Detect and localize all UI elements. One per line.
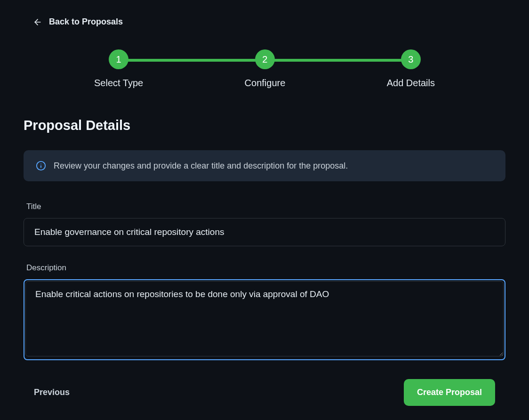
step-label: Select Type (94, 78, 143, 89)
title-label: Title (24, 202, 505, 211)
info-icon (36, 161, 46, 171)
description-textarea[interactable] (25, 281, 504, 356)
arrow-left-icon (33, 17, 42, 27)
step-configure: 2 Configure (245, 49, 286, 89)
step-add-details: 3 Add Details (387, 49, 435, 89)
step-circle: 2 (255, 49, 275, 69)
step-label: Configure (245, 78, 286, 89)
previous-button[interactable]: Previous (34, 388, 70, 397)
progress-stepper: 1 Select Type 2 Configure 3 Add Details (24, 49, 505, 89)
back-link-label: Back to Proposals (49, 17, 123, 27)
back-to-proposals-link[interactable]: Back to Proposals (33, 17, 123, 27)
title-input[interactable] (24, 218, 505, 246)
page-title: Proposal Details (24, 118, 505, 133)
step-circle: 1 (109, 49, 128, 69)
description-label: Description (24, 263, 505, 273)
step-circle: 3 (401, 49, 421, 69)
step-label: Add Details (387, 78, 435, 89)
step-select-type: 1 Select Type (94, 49, 143, 89)
info-banner: Review your changes and provide a clear … (24, 150, 505, 181)
info-banner-text: Review your changes and provide a clear … (54, 161, 348, 171)
create-proposal-button[interactable]: Create Proposal (404, 379, 495, 406)
